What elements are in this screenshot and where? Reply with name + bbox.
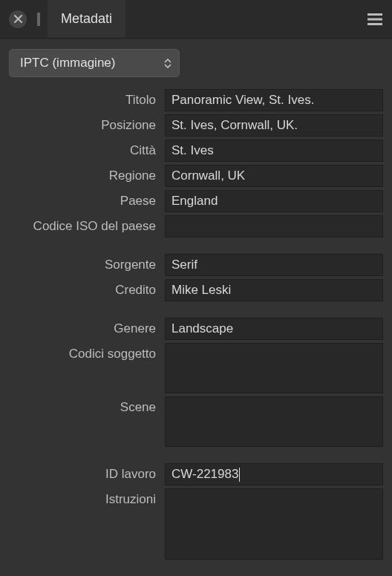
input-posizione[interactable] — [165, 114, 383, 137]
panel-menu-button[interactable] — [358, 0, 392, 38]
group-genre: Genere Codici soggetto Scene — [6, 318, 383, 447]
label-scene: Scene — [6, 396, 165, 415]
label-codici-soggetto: Codici soggetto — [6, 343, 165, 361]
row-posizione: Posizione — [6, 114, 383, 137]
hamburger-icon — [368, 13, 382, 25]
input-id-lavoro-value: CW-221983 — [172, 467, 238, 482]
input-titolo[interactable] — [165, 89, 383, 111]
label-citta: Città — [6, 140, 165, 158]
group-source: Sorgente Credito — [6, 254, 383, 301]
updown-chevron-icon — [164, 59, 172, 68]
label-id-lavoro: ID lavoro — [6, 463, 165, 482]
group-location: Titolo Posizione Città Regione Paese Cod… — [6, 89, 383, 238]
row-genere: Genere — [6, 318, 383, 340]
close-button[interactable] — [9, 10, 27, 28]
label-genere: Genere — [6, 318, 165, 336]
row-citta: Città — [6, 140, 383, 162]
label-paese: Paese — [6, 190, 165, 209]
textarea-codici-soggetto[interactable] — [165, 343, 383, 393]
textarea-scene[interactable] — [165, 396, 383, 447]
label-sorgente: Sorgente — [6, 254, 165, 272]
textarea-istruzioni[interactable] — [165, 488, 383, 560]
close-icon — [14, 15, 22, 23]
row-credito: Credito — [6, 279, 383, 301]
svg-rect-2 — [368, 23, 382, 25]
label-regione: Regione — [6, 165, 165, 183]
text-caret — [239, 468, 240, 482]
group-job: ID lavoro CW-221983 Istruzioni — [6, 463, 383, 560]
input-regione[interactable] — [165, 165, 383, 187]
metadata-form: Titolo Posizione Città Regione Paese Cod… — [0, 85, 392, 576]
svg-rect-1 — [368, 18, 382, 20]
label-titolo: Titolo — [6, 89, 165, 108]
titlebar: Metadati — [0, 0, 392, 39]
metadata-type-select[interactable]: IPTC (immagine) — [9, 49, 180, 77]
row-paese: Paese — [6, 190, 383, 212]
dropdown-selected-label: IPTC (immagine) — [20, 56, 115, 71]
row-titolo: Titolo — [6, 89, 383, 111]
input-sorgente[interactable] — [165, 254, 383, 276]
label-codice-iso: Codice ISO del paese — [6, 215, 165, 234]
input-citta[interactable] — [165, 140, 383, 162]
tab-label: Metadati — [61, 11, 112, 27]
input-id-lavoro[interactable]: CW-221983 — [165, 463, 383, 485]
svg-rect-0 — [368, 13, 382, 16]
row-codice-iso: Codice ISO del paese — [6, 215, 383, 238]
input-credito[interactable] — [165, 279, 383, 301]
row-codici-soggetto: Codici soggetto — [6, 343, 383, 393]
label-credito: Credito — [6, 279, 165, 298]
metadata-panel: Metadati IPTC (immagine) Titolo — [0, 0, 392, 576]
row-sorgente: Sorgente — [6, 254, 383, 276]
input-codice-iso[interactable] — [165, 215, 383, 238]
row-scene: Scene — [6, 396, 383, 447]
drag-handle-icon[interactable] — [37, 13, 40, 26]
label-istruzioni: Istruzioni — [6, 488, 165, 507]
dropdown-row: IPTC (immagine) — [0, 39, 392, 85]
label-posizione: Posizione — [6, 114, 165, 133]
input-paese[interactable] — [165, 190, 383, 212]
row-id-lavoro: ID lavoro CW-221983 — [6, 463, 383, 485]
input-genere[interactable] — [165, 318, 383, 340]
tab-metadata[interactable]: Metadati — [48, 0, 125, 38]
row-regione: Regione — [6, 165, 383, 187]
titlebar-controls — [0, 0, 43, 38]
row-istruzioni: Istruzioni — [6, 488, 383, 560]
